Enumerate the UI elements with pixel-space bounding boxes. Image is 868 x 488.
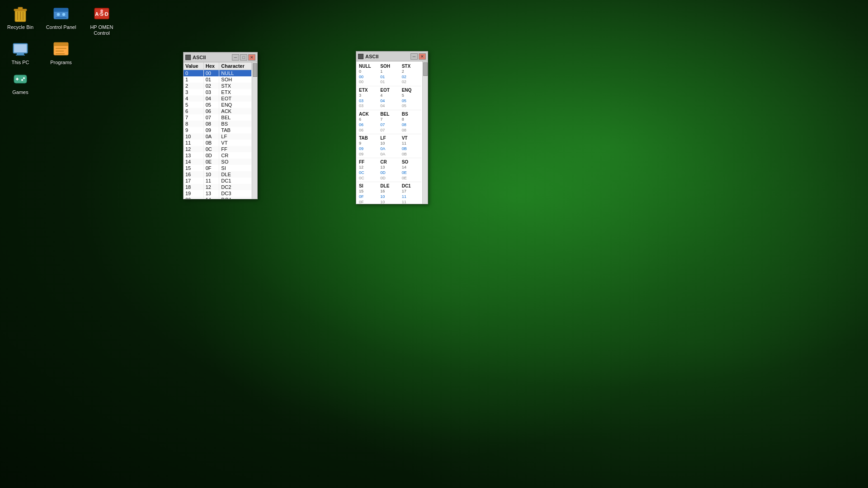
cell-hex: 01 [203, 76, 219, 83]
minimize-button-2[interactable]: ─ [410, 53, 418, 60]
cell-hex: 10 [203, 171, 219, 178]
grid-cell: VT 11 0B 0B [400, 134, 421, 158]
table-row[interactable]: 6 06 ACK [184, 108, 252, 114]
cell-hex: 0B [203, 140, 219, 146]
close-button-1[interactable]: ✕ [248, 54, 255, 61]
cell-char: DC3 [219, 190, 252, 197]
cell-hex: 09 [203, 127, 219, 133]
games-icon[interactable]: Games [5, 70, 36, 95]
svg-rect-25 [16, 79, 19, 80]
table-row[interactable]: 7 07 BEL [184, 114, 252, 121]
svg-rect-22 [56, 53, 65, 54]
table-row[interactable]: 15 0F SI [184, 165, 252, 171]
ascii-window-1[interactable]: ASCII ─ □ ✕ Value Hex Character 0 00 NUL… [183, 52, 258, 199]
col-header-hex: Hex [203, 62, 219, 70]
svg-rect-15 [14, 44, 27, 52]
close-button-2[interactable]: ✕ [419, 53, 426, 60]
titlebar-2: ASCII ─ ✕ [356, 52, 428, 61]
cell-char: STX [219, 83, 252, 89]
minimize-button-1[interactable]: ─ [232, 54, 239, 61]
recycle-bin-icon[interactable]: Recycle Bin [5, 5, 36, 36]
maximize-button-1[interactable]: □ [240, 54, 247, 61]
cell-value: 3 [184, 89, 203, 95]
svg-point-13 [100, 9, 103, 12]
cell-value: 13 [184, 152, 203, 159]
titlebar-left-2: ASCII [358, 54, 378, 59]
ascii-table-1: Value Hex Character 0 00 NULL 1 01 SOH 2… [184, 62, 252, 199]
programs-image [52, 40, 70, 58]
grid-cell: SI 15 0F 0F [357, 182, 378, 204]
cell-value: 2 [184, 83, 203, 89]
table-container-1: Value Hex Character 0 00 NULL 1 01 SOH 2… [184, 62, 257, 199]
svg-rect-21 [56, 51, 64, 52]
cell-char: SO [219, 159, 252, 165]
cell-hex: 08 [203, 121, 219, 127]
cell-hex: 02 [203, 83, 219, 89]
cell-char: ENQ [219, 102, 252, 108]
cell-hex: 14 [203, 197, 219, 199]
table-row[interactable]: 11 0B VT [184, 140, 252, 146]
table-row[interactable]: 0 00 NULL [184, 70, 252, 77]
cell-value: 6 [184, 108, 203, 114]
programs-icon[interactable]: Programs [45, 40, 77, 66]
desktop-icon-row-1: Recycle Bin Control Panel A·S·D [5, 5, 118, 36]
grid-cell: ACK 6 06 06 [357, 110, 378, 134]
cell-value: 8 [184, 121, 203, 127]
cell-char: DLE [219, 171, 252, 178]
programs-label: Programs [50, 60, 72, 66]
grid-cell: ENQ 5 05 05 [400, 86, 421, 110]
scrollbar-thumb-1[interactable] [253, 63, 257, 77]
table-row[interactable]: 2 02 STX [184, 83, 252, 89]
table-row[interactable]: 17 11 DC1 [184, 178, 252, 184]
this-pc-icon[interactable]: This PC [5, 40, 36, 66]
cell-char: ETX [219, 89, 252, 95]
cell-char: SI [219, 165, 252, 171]
cell-hex: 11 [203, 178, 219, 184]
control-panel-icon[interactable]: Control Panel [45, 5, 77, 36]
hp-omen-control-icon[interactable]: A·S·D HP OMEN Control [86, 5, 118, 36]
table-row[interactable]: 18 12 DC2 [184, 184, 252, 190]
cell-char: BS [219, 121, 252, 127]
window-title-2: ASCII [365, 54, 378, 59]
table-row[interactable]: 20 14 DC4 [184, 197, 252, 199]
table-row[interactable]: 3 03 ETX [184, 89, 252, 95]
cell-value: 20 [184, 197, 203, 199]
desktop-icon-row-3: Games [5, 70, 118, 95]
cell-value: 14 [184, 159, 203, 165]
ascii-window-2[interactable]: ASCII ─ ✕ NULL 0 00 00 SOH 1 01 01 STX 2… [356, 51, 428, 204]
cell-char: NULL [219, 70, 252, 77]
cell-value: 11 [184, 140, 203, 146]
table-row[interactable]: 9 09 TAB [184, 127, 252, 133]
table-row[interactable]: 12 0C FF [184, 146, 252, 152]
cell-hex: 0E [203, 159, 219, 165]
cell-hex: 0D [203, 152, 219, 159]
grid-cell: SO 14 0E 0E [400, 158, 421, 182]
table-row[interactable]: 14 0E SO [184, 159, 252, 165]
scrollbar-thumb-2[interactable] [423, 62, 428, 76]
table-row[interactable]: 16 10 DLE [184, 171, 252, 178]
scrollbar-1[interactable] [252, 62, 257, 199]
cell-char: EOT [219, 95, 252, 102]
cell-char: TAB [219, 127, 252, 133]
games-image [11, 70, 29, 88]
grid-area: NULL 0 00 00 SOH 1 01 01 STX 2 02 02 ETX… [356, 61, 428, 204]
table-row[interactable]: 4 04 EOT [184, 95, 252, 102]
table-row[interactable]: 8 08 BS [184, 121, 252, 127]
table-row[interactable]: 10 0A LF [184, 133, 252, 140]
titlebar-1: ASCII ─ □ ✕ [184, 52, 257, 62]
window-icon-2 [358, 54, 363, 59]
cell-value: 4 [184, 95, 203, 102]
table-row[interactable]: 5 05 ENQ [184, 102, 252, 108]
table-row[interactable]: 13 0D CR [184, 152, 252, 159]
cell-char: BEL [219, 114, 252, 121]
cell-char: DC2 [219, 184, 252, 190]
grid-cell: TAB 9 09 09 [357, 134, 378, 158]
svg-rect-20 [56, 48, 66, 49]
cell-hex: 0F [203, 165, 219, 171]
this-pc-label: This PC [11, 60, 29, 66]
svg-rect-2 [18, 7, 23, 9]
scrollbar-2[interactable] [422, 61, 428, 204]
table-row[interactable]: 1 01 SOH [184, 76, 252, 83]
col-header-value: Value [184, 62, 203, 70]
table-row[interactable]: 19 13 DC3 [184, 190, 252, 197]
